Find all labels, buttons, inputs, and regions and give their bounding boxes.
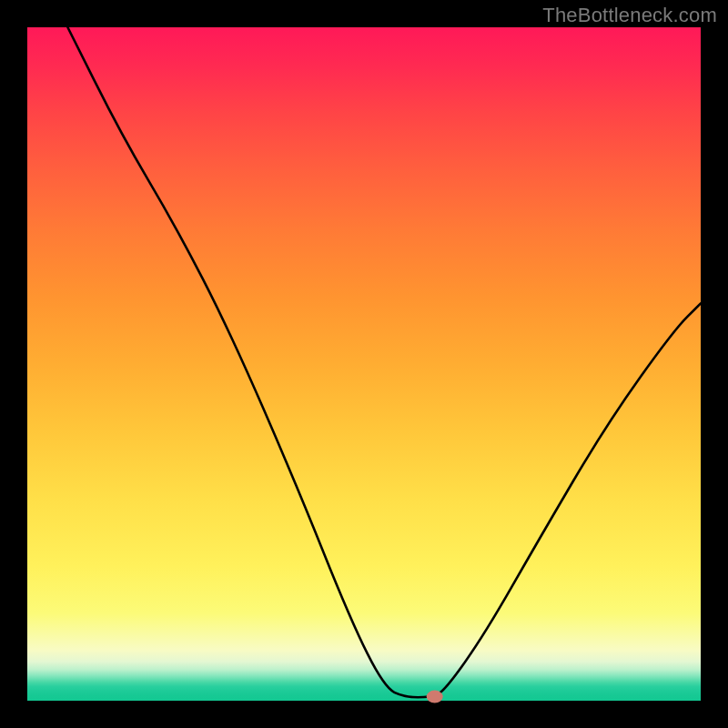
watermark-text: TheBottleneck.com xyxy=(542,4,717,27)
chart-container: TheBottleneck.com xyxy=(0,0,728,728)
bottleneck-curve xyxy=(67,27,701,697)
curve-layer xyxy=(27,27,701,701)
optimal-marker xyxy=(427,691,443,703)
plot-area xyxy=(27,27,701,701)
